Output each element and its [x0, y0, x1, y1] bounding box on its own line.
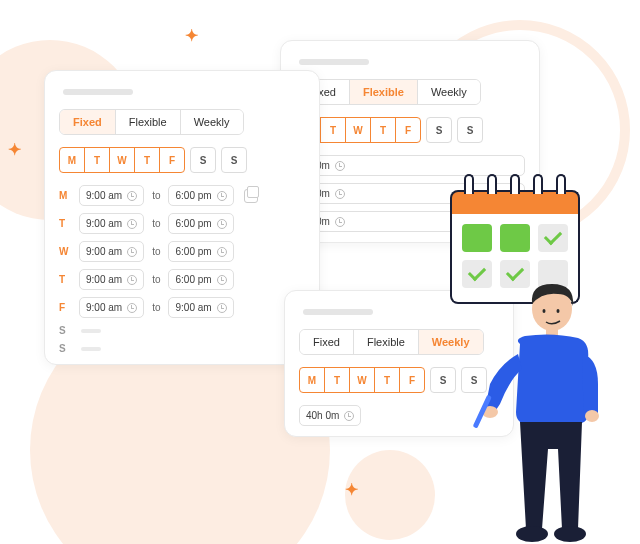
tab-flexible[interactable]: Flexible: [354, 330, 419, 354]
calendar-cell: [538, 224, 568, 252]
card-title-placeholder: [299, 59, 369, 65]
day-t[interactable]: T: [324, 367, 350, 393]
clock-icon: [335, 217, 345, 227]
day-su[interactable]: S: [221, 147, 247, 173]
day-w[interactable]: W: [109, 147, 135, 173]
day-f[interactable]: F: [395, 117, 421, 143]
day-m[interactable]: M: [299, 367, 325, 393]
day-f[interactable]: F: [399, 367, 425, 393]
day-t[interactable]: T: [84, 147, 110, 173]
clock-icon: [217, 219, 227, 229]
calendar-cell: [462, 224, 492, 252]
day-s[interactable]: S: [426, 117, 452, 143]
copy-icon[interactable]: [244, 189, 258, 203]
end-time-input[interactable]: 6:00 pm: [168, 185, 233, 206]
empty-indicator: [81, 329, 101, 333]
card-title-placeholder: [63, 89, 133, 95]
clock-icon: [127, 191, 137, 201]
schedule-row: W 9:00 am to 6:00 pm: [59, 241, 305, 262]
person-illustration: [470, 264, 620, 544]
schedule-type-tabs: Fixed Flexible Weekly: [299, 329, 484, 355]
svg-point-1: [543, 309, 546, 313]
schedule-type-tabs: Fixed Flexible Weekly: [295, 79, 481, 105]
day-m[interactable]: M: [59, 147, 85, 173]
clock-icon: [127, 275, 137, 285]
tab-fixed[interactable]: Fixed: [300, 330, 354, 354]
clock-icon: [344, 411, 354, 421]
end-time-input[interactable]: 9:00 am: [168, 297, 233, 318]
row-day-label: S: [59, 343, 71, 354]
to-label: to: [152, 218, 160, 229]
end-time-input[interactable]: 6:00 pm: [168, 213, 233, 234]
schedule-row: T 9:00 am to 6:00 pm: [59, 269, 305, 290]
tab-weekly[interactable]: Weekly: [418, 80, 480, 104]
day-selector: M T W T F S S: [59, 147, 305, 173]
day-th[interactable]: T: [134, 147, 160, 173]
day-selector: M T W T F S S: [295, 117, 525, 143]
day-w[interactable]: W: [349, 367, 375, 393]
clock-icon: [127, 219, 137, 229]
clock-icon: [217, 191, 227, 201]
row-day-label: S: [59, 325, 71, 336]
schedule-row: S: [59, 343, 305, 354]
hours-input[interactable]: 40h 0m: [299, 405, 361, 426]
schedule-card-fixed: Fixed Flexible Weekly M T W T F S S M 9:…: [44, 70, 320, 365]
sparkle-icon: ✦: [8, 140, 19, 159]
clock-icon: [217, 303, 227, 313]
schedule-type-tabs: Fixed Flexible Weekly: [59, 109, 244, 135]
day-selector: M T W T F S S: [299, 367, 499, 393]
day-th[interactable]: T: [374, 367, 400, 393]
day-su[interactable]: S: [457, 117, 483, 143]
start-time-input[interactable]: 9:00 am: [79, 213, 144, 234]
clock-icon: [127, 303, 137, 313]
tab-weekly[interactable]: Weekly: [181, 110, 243, 134]
tab-flexible[interactable]: Flexible: [350, 80, 418, 104]
day-s[interactable]: S: [190, 147, 216, 173]
to-label: to: [152, 302, 160, 313]
to-label: to: [152, 190, 160, 201]
clock-icon: [335, 189, 345, 199]
svg-point-2: [557, 309, 560, 313]
end-time-input[interactable]: 6:00 pm: [168, 269, 233, 290]
clock-icon: [127, 247, 137, 257]
row-day-label: T: [59, 218, 71, 229]
day-f[interactable]: F: [159, 147, 185, 173]
start-time-input[interactable]: 9:00 am: [79, 185, 144, 206]
start-time-input[interactable]: 9:00 am: [79, 269, 144, 290]
check-icon: [544, 227, 562, 245]
tab-fixed[interactable]: Fixed: [60, 110, 116, 134]
end-time-input[interactable]: 6:00 pm: [168, 241, 233, 262]
clock-icon: [335, 161, 345, 171]
schedule-row: S: [59, 325, 305, 336]
clock-icon: [217, 247, 227, 257]
schedule-row: M 9:00 am to 6:00 pm: [59, 185, 305, 206]
clock-icon: [217, 275, 227, 285]
svg-point-8: [554, 526, 586, 542]
row-day-label: M: [59, 190, 71, 201]
to-label: to: [152, 274, 160, 285]
row-day-label: F: [59, 302, 71, 313]
svg-point-6: [585, 410, 599, 422]
calendar-cell: [500, 224, 530, 252]
to-label: to: [152, 246, 160, 257]
row-day-label: T: [59, 274, 71, 285]
svg-point-7: [516, 526, 548, 542]
schedule-row: F 9:00 am to 9:00 am: [59, 297, 305, 318]
day-th[interactable]: T: [370, 117, 396, 143]
empty-indicator: [81, 347, 101, 351]
day-w[interactable]: W: [345, 117, 371, 143]
start-time-input[interactable]: 9:00 am: [79, 297, 144, 318]
day-s[interactable]: S: [430, 367, 456, 393]
sparkle-icon: ✦: [345, 480, 356, 499]
sparkle-icon: ✦: [185, 26, 196, 45]
day-t[interactable]: T: [320, 117, 346, 143]
row-day-label: W: [59, 246, 71, 257]
start-time-input[interactable]: 9:00 am: [79, 241, 144, 262]
tab-flexible[interactable]: Flexible: [116, 110, 181, 134]
schedule-row: T 9:00 am to 6:00 pm: [59, 213, 305, 234]
card-title-placeholder: [303, 309, 373, 315]
